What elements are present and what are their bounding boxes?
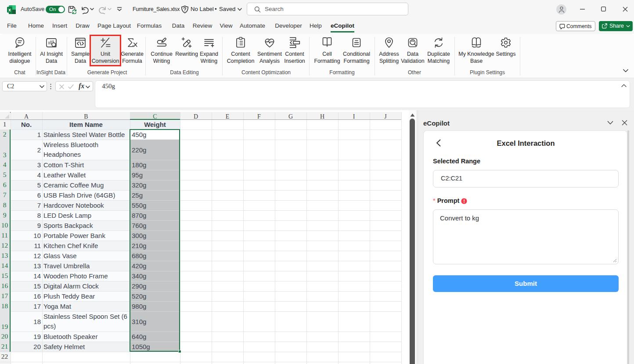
- svg-text:x: x: [8, 7, 11, 12]
